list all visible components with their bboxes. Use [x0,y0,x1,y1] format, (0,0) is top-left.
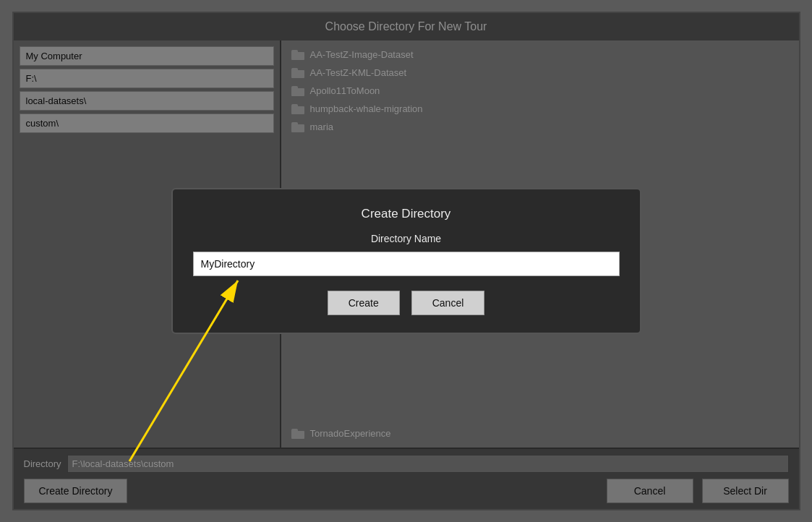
modal-cancel-button[interactable]: Cancel [411,291,485,315]
main-window: Choose Directory For New Tour My Compute… [12,12,800,510]
modal-directory-name-label: Directory Name [193,233,620,244]
modal-title: Create Directory [193,207,620,221]
create-directory-modal: Create Directory Directory Name Create C… [171,188,641,334]
modal-directory-name-input[interactable] [193,252,620,276]
modal-overlay: Create Directory Directory Name Create C… [14,13,799,509]
modal-buttons: Create Cancel [193,291,620,315]
modal-create-button[interactable]: Create [328,291,400,315]
